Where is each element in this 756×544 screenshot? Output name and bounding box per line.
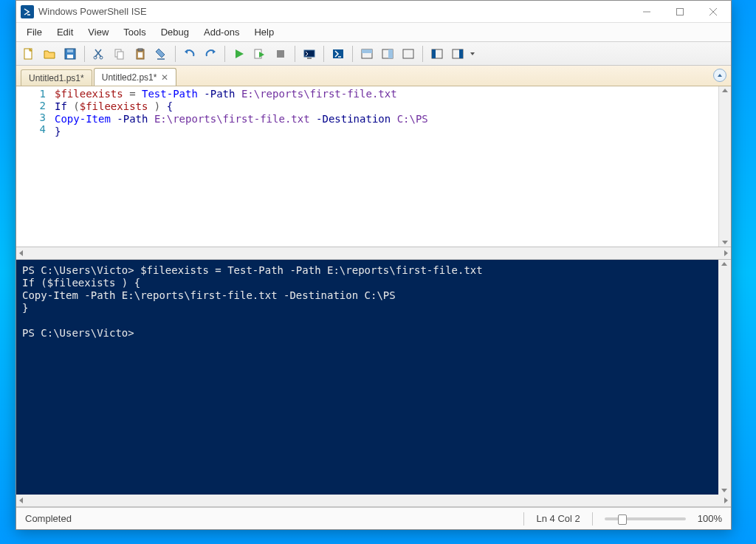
line-number: 3 xyxy=(16,111,46,123)
new-file-icon[interactable] xyxy=(19,44,38,63)
app-icon xyxy=(21,5,34,18)
menu-edit[interactable]: Edit xyxy=(49,24,80,40)
menu-help[interactable]: Help xyxy=(247,24,281,40)
svg-rect-0 xyxy=(22,7,32,17)
statusbar: Completed Ln 4 Col 2 100% xyxy=(16,507,731,529)
tab-untitled1[interactable]: Untitled1.ps1* xyxy=(21,69,92,86)
titlebar-title: Windows PowerShell ISE xyxy=(38,6,630,17)
undo-icon[interactable] xyxy=(180,44,199,63)
svg-rect-3 xyxy=(676,8,683,15)
svg-rect-38 xyxy=(459,49,463,58)
toolbar-separator xyxy=(84,46,85,62)
zoom-slider[interactable] xyxy=(605,517,686,520)
maximize-button[interactable] xyxy=(663,1,696,22)
svg-marker-40 xyxy=(718,74,722,77)
code-line[interactable]: } xyxy=(55,125,718,138)
toolbar-overflow-icon[interactable] xyxy=(469,44,476,63)
script-editor[interactable]: 1234 $fileexists = Test-Path -Path E:\re… xyxy=(16,86,731,247)
console-vertical-scrollbar[interactable] xyxy=(718,260,731,495)
open-file-icon[interactable] xyxy=(40,44,59,63)
editor-vertical-scrollbar[interactable] xyxy=(718,86,731,247)
close-button[interactable] xyxy=(696,1,729,22)
toolbar-separator xyxy=(295,46,295,62)
window-controls xyxy=(630,1,729,22)
layout-right-icon[interactable] xyxy=(378,44,397,63)
console-output[interactable]: PS C:\Users\Victo> $fileexists = Test-Pa… xyxy=(16,260,718,495)
line-number-gutter: 1234 xyxy=(16,86,52,247)
svg-rect-27 xyxy=(307,58,312,59)
tab-untitled2[interactable]: Untitled2.ps1* ✕ xyxy=(94,68,177,86)
app-window: Windows PowerShell ISE File Edit View To… xyxy=(16,0,732,530)
copy-icon[interactable] xyxy=(110,44,129,63)
start-powershell-icon[interactable] xyxy=(329,44,348,63)
editor-tabstrip: Untitled1.ps1* Untitled2.ps1* ✕ xyxy=(16,66,731,86)
svg-rect-9 xyxy=(67,55,73,58)
svg-rect-33 xyxy=(388,49,393,58)
svg-rect-10 xyxy=(67,49,73,52)
toolbar-separator xyxy=(175,46,176,62)
console-pane: PS C:\Users\Victo> $fileexists = Test-Pa… xyxy=(16,260,731,495)
status-message: Completed xyxy=(25,513,72,524)
clear-icon[interactable] xyxy=(151,44,171,63)
tab-label: Untitled1.ps1* xyxy=(29,73,84,83)
code-line[interactable]: Copy-Item -Path E:\reports\first-file.tx… xyxy=(55,113,718,125)
tab-label: Untitled2.ps1* xyxy=(102,72,157,83)
show-addon-icon[interactable] xyxy=(448,44,467,63)
code-content[interactable]: $fileexists = Test-Path -Path E:\reports… xyxy=(52,86,718,247)
editor-horizontal-scrollbar[interactable] xyxy=(16,247,731,260)
stop-icon[interactable] xyxy=(271,44,290,63)
line-number: 4 xyxy=(16,123,46,135)
collapse-editor-icon[interactable] xyxy=(713,69,726,82)
layout-full-icon[interactable] xyxy=(399,44,418,63)
close-tab-icon[interactable]: ✕ xyxy=(161,72,168,83)
toolbar-separator xyxy=(422,46,423,62)
save-icon[interactable] xyxy=(61,44,80,63)
line-number: 1 xyxy=(16,88,46,100)
minimize-button[interactable] xyxy=(630,1,663,22)
menu-file[interactable]: File xyxy=(19,24,49,40)
svg-rect-25 xyxy=(277,50,284,58)
cut-icon[interactable] xyxy=(89,44,109,63)
svg-rect-16 xyxy=(117,52,123,59)
svg-marker-21 xyxy=(213,49,216,54)
new-remote-icon[interactable] xyxy=(300,44,319,63)
code-line[interactable]: $fileexists = Test-Path -Path E:\reports… xyxy=(55,88,718,100)
cursor-position: Ln 4 Col 2 xyxy=(536,513,580,524)
menu-addons[interactable]: Add-ons xyxy=(196,24,247,40)
zoom-level: 100% xyxy=(698,513,722,524)
toolbar xyxy=(16,42,731,66)
show-command-icon[interactable] xyxy=(427,44,447,63)
toolbar-separator xyxy=(323,46,324,62)
svg-rect-19 xyxy=(138,52,142,58)
menu-debug[interactable]: Debug xyxy=(154,24,196,40)
layout-top-icon[interactable] xyxy=(357,44,377,63)
titlebar: Windows PowerShell ISE xyxy=(16,1,731,23)
svg-rect-18 xyxy=(138,49,142,51)
svg-marker-20 xyxy=(185,49,188,54)
toolbar-separator xyxy=(352,46,353,62)
svg-marker-39 xyxy=(470,52,475,55)
svg-rect-31 xyxy=(362,49,372,53)
menubar: File Edit View Tools Debug Add-ons Help xyxy=(16,23,731,42)
svg-marker-22 xyxy=(236,49,244,58)
toolbar-separator xyxy=(224,46,225,62)
run-selection-icon[interactable] xyxy=(250,44,269,63)
code-line[interactable]: If ($fileexists ) { xyxy=(55,100,718,113)
menu-view[interactable]: View xyxy=(80,24,116,40)
menu-tools[interactable]: Tools xyxy=(116,24,153,40)
redo-icon[interactable] xyxy=(201,44,220,63)
svg-rect-36 xyxy=(432,49,436,58)
run-icon[interactable] xyxy=(230,44,249,63)
svg-rect-34 xyxy=(403,49,413,58)
line-number: 2 xyxy=(16,100,46,111)
console-horizontal-scrollbar[interactable] xyxy=(16,495,731,507)
paste-icon[interactable] xyxy=(131,44,150,63)
